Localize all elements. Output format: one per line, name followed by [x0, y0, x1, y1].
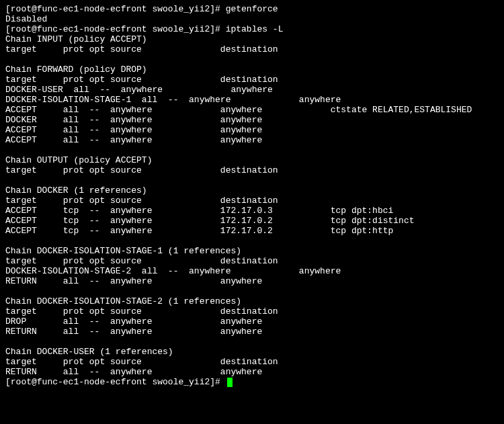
- table-row: ACCEPT tcp -- anywhere 172.17.0.2 tcp dp…: [5, 226, 393, 236]
- chain-forward-header: Chain FORWARD (policy DROP): [5, 65, 147, 75]
- column-header: target prot opt source destination: [5, 75, 278, 85]
- table-row: ACCEPT all -- anywhere anywhere: [5, 125, 262, 135]
- table-row: RETURN all -- anywhere anywhere: [5, 327, 262, 337]
- column-header: target prot opt source destination: [5, 44, 278, 54]
- table-row: ACCEPT all -- anywhere anywhere ctstate …: [5, 105, 472, 115]
- terminal-output[interactable]: [root@func-ec1-node-ecfront swoole_yii2]…: [0, 0, 504, 391]
- chain-user-header: Chain DOCKER-USER (1 references): [5, 347, 173, 357]
- table-row: DOCKER all -- anywhere anywhere: [5, 115, 262, 125]
- chain-iso1-header: Chain DOCKER-ISOLATION-STAGE-1 (1 refere…: [5, 246, 241, 256]
- column-header: target prot opt source destination: [5, 165, 278, 175]
- prompt: [root@func-ec1-node-ecfront swoole_yii2]…: [5, 4, 226, 14]
- table-row: RETURN all -- anywhere anywhere: [5, 276, 262, 286]
- table-row: DROP all -- anywhere anywhere: [5, 316, 262, 327]
- column-header: target prot opt source destination: [5, 196, 278, 206]
- table-row: RETURN all -- anywhere anywhere: [5, 367, 262, 377]
- command-iptables: iptables -L: [226, 24, 284, 34]
- table-row: ACCEPT tcp -- anywhere 172.17.0.2 tcp dp…: [5, 216, 415, 226]
- cursor-icon: [227, 378, 233, 387]
- table-row: DOCKER-USER all -- anywhere anywhere: [5, 85, 273, 95]
- table-row: ACCEPT all -- anywhere anywhere: [5, 135, 262, 145]
- chain-iso2-header: Chain DOCKER-ISOLATION-STAGE-2 (1 refere…: [5, 296, 241, 306]
- chain-docker-header: Chain DOCKER (1 references): [5, 185, 147, 196]
- table-row: DOCKER-ISOLATION-STAGE-2 all -- anywhere…: [5, 266, 341, 276]
- command-getenforce: getenforce: [226, 4, 278, 14]
- column-header: target prot opt source destination: [5, 357, 278, 367]
- getenforce-result: Disabled: [5, 14, 47, 24]
- prompt: [root@func-ec1-node-ecfront swoole_yii2]…: [5, 377, 226, 387]
- column-header: target prot opt source destination: [5, 306, 278, 316]
- prompt: [root@func-ec1-node-ecfront swoole_yii2]…: [5, 24, 226, 34]
- table-row: DOCKER-ISOLATION-STAGE-1 all -- anywhere…: [5, 95, 341, 105]
- chain-input-header: Chain INPUT (policy ACCEPT): [5, 34, 147, 44]
- column-header: target prot opt source destination: [5, 256, 278, 266]
- chain-output-header: Chain OUTPUT (policy ACCEPT): [5, 155, 152, 165]
- table-row: ACCEPT tcp -- anywhere 172.17.0.3 tcp dp…: [5, 206, 393, 216]
